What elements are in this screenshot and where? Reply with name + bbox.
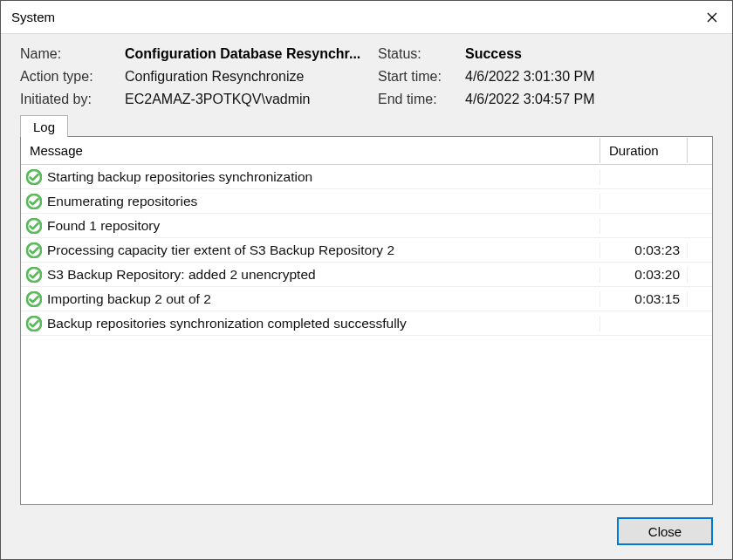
log-row-message: Processing capacity tier extent of S3 Ba… bbox=[21, 242, 600, 258]
status-value: Success bbox=[465, 46, 713, 62]
initiated-by-label: Initiated by: bbox=[20, 92, 125, 107]
log-row-text: S3 Backup Repository: added 2 unencrypte… bbox=[47, 267, 316, 283]
log-row-text: Found 1 repository bbox=[47, 218, 160, 234]
log-row-duration: 0:03:23 bbox=[600, 242, 688, 258]
end-time-value: 4/6/2022 3:04:57 PM bbox=[465, 92, 713, 107]
log-row[interactable]: Found 1 repository bbox=[21, 214, 712, 238]
dialog-footer: Close bbox=[1, 505, 732, 559]
log-row[interactable]: S3 Backup Repository: added 2 unencrypte… bbox=[21, 263, 712, 287]
close-icon bbox=[707, 12, 717, 23]
success-icon bbox=[26, 194, 42, 209]
log-row-message: Found 1 repository bbox=[21, 218, 600, 234]
success-icon bbox=[26, 316, 42, 331]
log-row-duration: 0:03:20 bbox=[600, 267, 688, 283]
success-icon bbox=[26, 169, 42, 185]
log-row-message: Importing backup 2 out of 2 bbox=[21, 291, 600, 307]
success-icon bbox=[26, 242, 42, 258]
window-close-button[interactable] bbox=[692, 1, 732, 34]
log-row-text: Importing backup 2 out of 2 bbox=[47, 291, 211, 307]
log-row-text: Enumerating repositories bbox=[47, 194, 197, 209]
log-row-duration: 0:03:15 bbox=[600, 291, 688, 307]
log-row-text: Backup repositories synchronization comp… bbox=[47, 316, 407, 331]
tab-log[interactable]: Log bbox=[20, 115, 68, 137]
tab-bar: Log bbox=[1, 114, 732, 136]
log-row-message: Starting backup repositories synchroniza… bbox=[21, 169, 600, 185]
start-time-value: 4/6/2022 3:01:30 PM bbox=[465, 69, 713, 85]
log-body: Starting backup repositories synchroniza… bbox=[21, 165, 712, 504]
name-label: Name: bbox=[20, 46, 125, 62]
titlebar: System bbox=[1, 1, 732, 34]
window-title: System bbox=[11, 10, 55, 24]
log-row-message: Enumerating repositories bbox=[21, 194, 600, 209]
column-header-duration[interactable]: Duration bbox=[600, 138, 688, 163]
action-type-label: Action type: bbox=[20, 69, 125, 85]
start-time-label: Start time: bbox=[378, 69, 465, 85]
log-row[interactable]: Starting backup repositories synchroniza… bbox=[21, 165, 712, 189]
status-label: Status: bbox=[378, 46, 465, 62]
log-header: Message Duration bbox=[21, 137, 712, 165]
action-type-value: Configuration Resynchronize bbox=[125, 69, 378, 85]
success-icon bbox=[26, 291, 42, 307]
success-icon bbox=[26, 218, 42, 234]
log-row-text: Starting backup repositories synchroniza… bbox=[47, 169, 312, 185]
log-row-message: Backup repositories synchronization comp… bbox=[21, 316, 600, 331]
log-row-message: S3 Backup Repository: added 2 unencrypte… bbox=[21, 267, 600, 283]
end-time-label: End time: bbox=[378, 92, 465, 107]
name-value: Configuration Database Resynchr... bbox=[125, 46, 378, 62]
success-icon bbox=[26, 267, 42, 283]
log-row[interactable]: Backup repositories synchronization comp… bbox=[21, 311, 712, 336]
log-row[interactable]: Enumerating repositories bbox=[21, 189, 712, 214]
initiated-by-value: EC2AMAZ-3POTKQV\vadmin bbox=[125, 92, 378, 107]
column-header-message[interactable]: Message bbox=[21, 138, 600, 163]
log-panel: Message Duration Starting backup reposit… bbox=[20, 136, 713, 505]
info-panel: Name: Configuration Database Resynchr...… bbox=[1, 34, 732, 114]
log-row[interactable]: Importing backup 2 out of 20:03:15 bbox=[21, 287, 712, 311]
log-row[interactable]: Processing capacity tier extent of S3 Ba… bbox=[21, 238, 712, 263]
close-button[interactable]: Close bbox=[617, 517, 713, 545]
log-row-text: Processing capacity tier extent of S3 Ba… bbox=[47, 242, 394, 258]
system-dialog: System Name: Configuration Database Resy… bbox=[0, 0, 733, 560]
